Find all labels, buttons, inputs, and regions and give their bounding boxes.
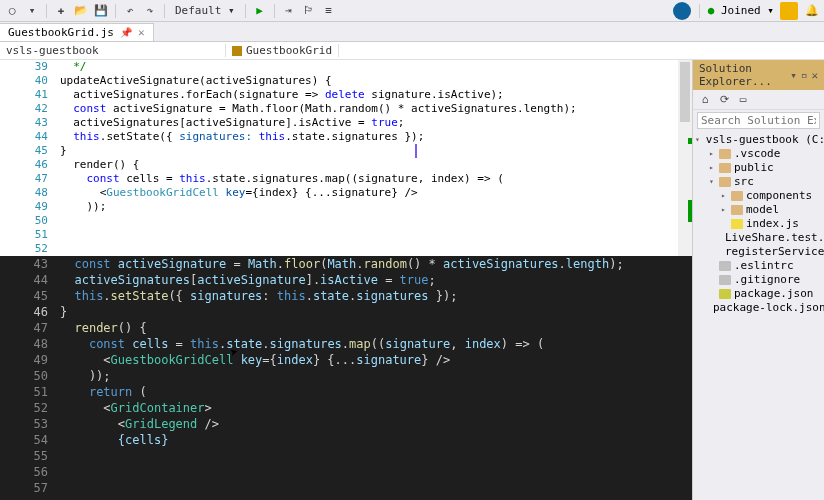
file-icon [719, 149, 731, 159]
solution-search [693, 110, 824, 131]
pin-icon[interactable]: 📌 [120, 27, 132, 38]
save-icon[interactable]: 💾 [93, 3, 109, 19]
tree-item[interactable]: ▾src [693, 175, 824, 189]
file-icon [731, 205, 743, 215]
file-icon [719, 261, 731, 271]
breadcrumb-class[interactable]: GuestbookGrid [226, 44, 339, 57]
nav-back-icon[interactable]: ◯ [4, 3, 20, 19]
change-marker [688, 138, 692, 144]
breadcrumb-project[interactable]: vsls-guestbook [0, 44, 226, 57]
liveshare-status[interactable]: ● Joined ▾ [708, 4, 774, 17]
tree-label: index.js [746, 217, 799, 231]
tree-item[interactable]: ▸model [693, 203, 824, 217]
tab-label: GuestbookGrid.js [8, 26, 114, 39]
tree-label: src [734, 175, 754, 189]
file-icon [719, 177, 731, 187]
panel-pin-icon[interactable]: ▫ [801, 69, 808, 82]
scroll-thumb[interactable] [680, 62, 690, 122]
step-icon[interactable]: ⇥ [281, 3, 297, 19]
tree-item[interactable]: ▸public [693, 161, 824, 175]
expander-icon[interactable] [707, 276, 716, 285]
tree-label: .vscode [734, 147, 780, 161]
tree-item[interactable]: index.js [693, 217, 824, 231]
line-gutter-dark: 434445464748495051525354555657 [0, 256, 60, 500]
user-avatar-yellow[interactable] [780, 2, 798, 20]
change-marker [688, 200, 692, 222]
run-icon[interactable]: ▶ [252, 3, 268, 19]
config-dropdown[interactable]: Default ▾ [171, 4, 239, 17]
nav-fwd-icon[interactable]: ▾ [24, 3, 40, 19]
tree-label: LiveShare.test.js [725, 231, 824, 245]
tree-item[interactable]: ▸components [693, 189, 824, 203]
expander-icon[interactable]: ▸ [707, 164, 716, 173]
main-toolbar: ◯ ▾ ✚ 📂 💾 ↶ ↷ Default ▾ ▶ ⇥ 🏳 ≡ ● Joined… [0, 0, 824, 22]
editor-dark[interactable]: 434445464748495051525354555657 ➤ const a… [0, 256, 692, 500]
tree-label: .gitignore [734, 273, 800, 287]
tree-item[interactable]: LiveShare.test.js [693, 231, 824, 245]
tree-label: package-lock.json [713, 301, 824, 315]
notifications-icon[interactable]: 🔔 [804, 3, 820, 19]
file-icon [731, 191, 743, 201]
expander-icon[interactable]: ▸ [719, 192, 728, 201]
tab-guestbookgrid-js[interactable]: GuestbookGrid.js 📌 ✕ [0, 23, 154, 41]
tree-label: components [746, 189, 812, 203]
tree-item[interactable]: package-lock.json [693, 301, 824, 315]
tree-item[interactable]: ▸.vscode [693, 147, 824, 161]
open-icon[interactable]: 📂 [73, 3, 89, 19]
tree-root[interactable]: ▾ vsls-guestbook (C:\Users [693, 133, 824, 147]
expander-icon[interactable]: ▸ [719, 206, 728, 215]
panel-close-icon[interactable]: ✕ [811, 69, 818, 82]
tree-label: public [734, 161, 774, 175]
solution-explorer-toolbar: ⌂ ⟳ ▭ [693, 90, 824, 110]
tree-label: vsls-guestbook (C:\Users [706, 133, 824, 147]
tree-item[interactable]: .gitignore [693, 273, 824, 287]
solution-tree[interactable]: ▾ vsls-guestbook (C:\Users ▸.vscode▸publ… [693, 131, 824, 317]
editor-light[interactable]: 3940414243444546474849505152 */updateAct… [0, 60, 692, 256]
undo-icon[interactable]: ↶ [122, 3, 138, 19]
panel-menu-icon[interactable]: ▾ [790, 69, 797, 82]
solution-explorer: Solution Explorer... ▾ ▫ ✕ ⌂ ⟳ ▭ ▾ vsls-… [692, 60, 824, 500]
document-tabs: GuestbookGrid.js 📌 ✕ [0, 22, 824, 42]
breadcrumb: vsls-guestbook GuestbookGrid [0, 42, 824, 60]
expander-icon[interactable] [707, 290, 716, 299]
file-icon [731, 219, 743, 229]
expander-icon[interactable]: ▸ [707, 150, 716, 159]
flag-icon[interactable]: 🏳 [301, 3, 317, 19]
solution-explorer-title[interactable]: Solution Explorer... ▾ ▫ ✕ [693, 60, 824, 90]
code-area-light[interactable]: */updateActiveSignature(activeSignatures… [60, 60, 692, 256]
new-item-icon[interactable]: ✚ [53, 3, 69, 19]
refresh-icon[interactable]: ⟳ [716, 92, 732, 108]
line-gutter-light: 3940414243444546474849505152 [0, 60, 60, 256]
expander-icon[interactable]: ▾ [707, 178, 716, 187]
redo-icon[interactable]: ↷ [142, 3, 158, 19]
tree-item[interactable]: .eslintrc [693, 259, 824, 273]
home-icon[interactable]: ⌂ [697, 92, 713, 108]
collapse-icon[interactable]: ▭ [735, 92, 751, 108]
remote-cursor [415, 144, 417, 158]
file-icon [719, 163, 731, 173]
tree-label: model [746, 203, 779, 217]
user-avatar-blue[interactable] [673, 2, 691, 20]
code-area-dark[interactable]: ➤ const activeSignature = Math.floor(Mat… [60, 256, 692, 500]
file-icon [719, 275, 731, 285]
tree-item[interactable]: registerServiceWor [693, 245, 824, 259]
outdent-icon[interactable]: ≡ [321, 3, 337, 19]
class-icon [232, 46, 242, 56]
scrollbar-vertical[interactable] [678, 60, 692, 256]
close-icon[interactable]: ✕ [138, 26, 145, 39]
expander-icon[interactable]: ▾ [695, 136, 700, 145]
tree-item[interactable]: package.json [693, 287, 824, 301]
expander-icon[interactable] [707, 262, 716, 271]
tree-label: .eslintrc [734, 259, 794, 273]
tree-label: registerServiceWor [725, 245, 824, 259]
tree-label: package.json [734, 287, 813, 301]
file-icon [719, 289, 731, 299]
panel-title-label: Solution Explorer... [699, 62, 790, 88]
expander-icon[interactable] [719, 220, 728, 229]
solution-search-input[interactable] [697, 112, 820, 129]
